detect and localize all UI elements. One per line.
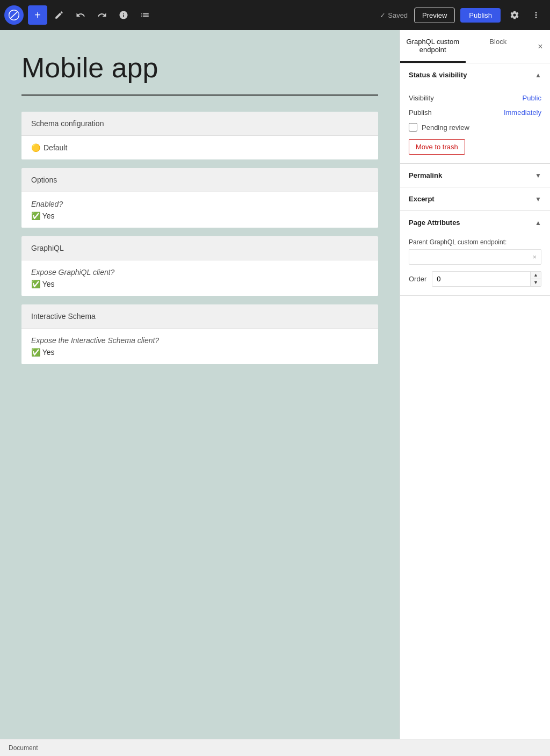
visibility-value[interactable]: Public: [523, 94, 541, 102]
order-spinners: ▲ ▼: [530, 272, 541, 286]
tools-button[interactable]: [49, 5, 69, 25]
publish-button[interactable]: Publish: [460, 8, 501, 23]
status-bar: Document: [0, 739, 550, 756]
status-visibility-title: Status & visibility: [409, 71, 467, 79]
options-section: Options Enabled? ✅ Yes: [21, 168, 378, 228]
tab-block[interactable]: Block: [466, 30, 531, 63]
order-decrement-button[interactable]: ▼: [530, 279, 541, 286]
options-header: Options: [21, 168, 378, 192]
excerpt-section: Excerpt ▼: [400, 187, 550, 211]
preview-button[interactable]: Preview: [414, 8, 455, 23]
interactive-schema-body: Expose the Interactive Schema client? ✅ …: [21, 329, 378, 364]
tab-document[interactable]: GraphQL custom endpoint: [400, 30, 466, 63]
expose-graphiql-value: ✅ Yes: [31, 280, 368, 288]
order-increment-button[interactable]: ▲: [530, 272, 541, 279]
visibility-row: Visibility Public: [409, 91, 541, 105]
publish-row: Publish Immediately: [409, 105, 541, 120]
publish-value[interactable]: Immediately: [504, 108, 541, 117]
more-vertical-icon: [531, 10, 541, 20]
expose-interactive-value: ✅ Yes: [31, 348, 368, 357]
parent-label: Parent GraphQL custom endpoint:: [409, 238, 541, 246]
status-visibility-section: Status & visibility ▲ Visibility Public …: [400, 63, 550, 164]
expose-graphiql-label: Expose GraphiQL client?: [31, 268, 368, 277]
saved-label: Saved: [388, 11, 408, 19]
permalink-chevron-icon: ▼: [535, 172, 541, 179]
excerpt-chevron-icon: ▼: [535, 195, 541, 203]
order-row: Order ▲ ▼: [409, 271, 541, 287]
sidebar-tabs: GraphQL custom endpoint Block ×: [400, 30, 550, 63]
saved-check-icon: ✓: [380, 11, 386, 19]
title-divider: [21, 95, 378, 96]
schema-section: Schema configuration 🟡 Default: [21, 112, 378, 159]
parent-graphql-input[interactable]: [414, 253, 532, 261]
list-view-icon: [140, 10, 150, 20]
pending-review-label: Pending review: [422, 123, 469, 132]
status-visibility-header[interactable]: Status & visibility ▲: [400, 63, 550, 86]
page-attributes-header[interactable]: Page Attributes ▲: [400, 211, 550, 234]
redo-icon: [97, 10, 107, 20]
main-layout: Mobile app Schema configuration 🟡 Defaul…: [0, 30, 550, 739]
move-to-trash-button[interactable]: Move to trash: [409, 139, 465, 155]
parent-input-clear-icon[interactable]: ×: [532, 253, 537, 261]
excerpt-header[interactable]: Excerpt ▼: [400, 187, 550, 210]
publish-label: Publish: [409, 108, 432, 117]
schema-default-label: Default: [44, 143, 67, 152]
status-visibility-body: Visibility Public Publish Immediately Pe…: [400, 86, 550, 163]
excerpt-title: Excerpt: [409, 195, 435, 203]
sidebar-close-button[interactable]: ×: [531, 30, 550, 63]
permalink-header[interactable]: Permalink ▼: [400, 164, 550, 187]
order-input-wrapper: ▲ ▼: [432, 271, 541, 287]
options-body: Enabled? ✅ Yes: [21, 192, 378, 228]
page-title[interactable]: Mobile app: [11, 52, 389, 84]
expose-interactive-label: Expose the Interactive Schema client?: [31, 336, 368, 345]
info-icon: [119, 10, 128, 20]
list-view-button[interactable]: [135, 5, 155, 25]
schema-body: 🟡 Default: [21, 136, 378, 159]
order-input[interactable]: [432, 272, 530, 286]
info-button[interactable]: [114, 5, 133, 25]
permalink-section: Permalink ▼: [400, 164, 550, 187]
add-block-button[interactable]: +: [28, 5, 47, 25]
page-attributes-section: Page Attributes ▲ Parent GraphQL custom …: [400, 211, 550, 296]
wp-logo: [4, 5, 24, 25]
pending-review-row: Pending review: [409, 120, 541, 135]
interactive-schema-section: Interactive Schema Expose the Interactiv…: [21, 304, 378, 364]
order-label: Order: [409, 275, 426, 283]
visibility-label: Visibility: [409, 94, 434, 102]
gear-icon: [510, 10, 519, 20]
permalink-title: Permalink: [409, 171, 442, 179]
undo-icon: [76, 10, 85, 20]
editor-area: Mobile app Schema configuration 🟡 Defaul…: [0, 30, 400, 739]
enabled-label: Enabled?: [31, 200, 368, 208]
schema-default-item: 🟡 Default: [31, 143, 368, 152]
pencil-icon: [54, 10, 64, 20]
toolbar: + ✓ Saved Preview Publish: [0, 0, 550, 30]
wp-logo-icon: [9, 10, 19, 20]
status-bar-label: Document: [9, 744, 38, 752]
page-attributes-chevron-icon: ▲: [535, 219, 541, 227]
pending-review-checkbox[interactable]: [409, 123, 417, 132]
schema-header: Schema configuration: [21, 112, 378, 136]
page-attributes-title: Page Attributes: [409, 219, 460, 227]
graphiql-header: GraphiQL: [21, 236, 378, 260]
page-attributes-body: Parent GraphQL custom endpoint: × Order …: [400, 234, 550, 295]
graphiql-body: Expose GraphiQL client? ✅ Yes: [21, 260, 378, 296]
parent-input-wrapper: ×: [409, 249, 541, 265]
sidebar: GraphQL custom endpoint Block × Status &…: [400, 30, 550, 739]
graphiql-section: GraphiQL Expose GraphiQL client? ✅ Yes: [21, 236, 378, 296]
more-options-button[interactable]: [526, 5, 546, 25]
saved-indicator: ✓ Saved: [380, 11, 408, 19]
enabled-value: ✅ Yes: [31, 212, 368, 220]
interactive-schema-header: Interactive Schema: [21, 304, 378, 329]
schema-default-icon: 🟡: [31, 143, 40, 152]
redo-button[interactable]: [92, 5, 112, 25]
settings-button[interactable]: [505, 5, 524, 25]
status-visibility-chevron-icon: ▲: [535, 71, 541, 79]
undo-button[interactable]: [71, 5, 90, 25]
